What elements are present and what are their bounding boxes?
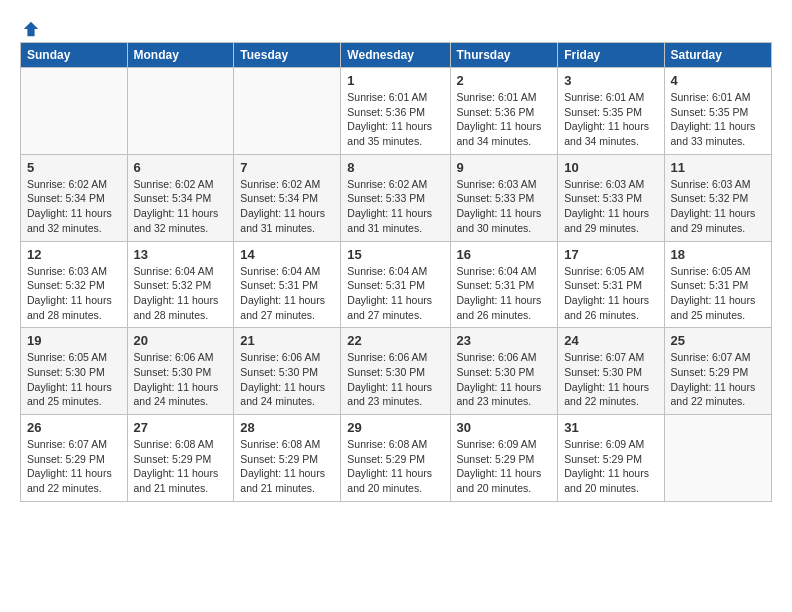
day-info: Sunrise: 6:02 AMSunset: 5:34 PMDaylight:… bbox=[27, 177, 121, 236]
day-number: 16 bbox=[457, 247, 552, 262]
calendar-cell: 2Sunrise: 6:01 AMSunset: 5:36 PMDaylight… bbox=[450, 68, 558, 155]
day-number: 24 bbox=[564, 333, 657, 348]
day-info: Sunrise: 6:07 AMSunset: 5:29 PMDaylight:… bbox=[671, 350, 765, 409]
calendar-cell: 24Sunrise: 6:07 AMSunset: 5:30 PMDayligh… bbox=[558, 328, 664, 415]
calendar-cell bbox=[234, 68, 341, 155]
calendar-header-friday: Friday bbox=[558, 43, 664, 68]
day-number: 31 bbox=[564, 420, 657, 435]
logo-text bbox=[20, 20, 42, 38]
day-number: 3 bbox=[564, 73, 657, 88]
day-number: 8 bbox=[347, 160, 443, 175]
calendar-cell: 31Sunrise: 6:09 AMSunset: 5:29 PMDayligh… bbox=[558, 415, 664, 502]
day-info: Sunrise: 6:06 AMSunset: 5:30 PMDaylight:… bbox=[457, 350, 552, 409]
day-number: 2 bbox=[457, 73, 552, 88]
day-number: 17 bbox=[564, 247, 657, 262]
day-number: 11 bbox=[671, 160, 765, 175]
calendar-header-tuesday: Tuesday bbox=[234, 43, 341, 68]
calendar-cell: 6Sunrise: 6:02 AMSunset: 5:34 PMDaylight… bbox=[127, 154, 234, 241]
day-info: Sunrise: 6:03 AMSunset: 5:33 PMDaylight:… bbox=[564, 177, 657, 236]
day-info: Sunrise: 6:08 AMSunset: 5:29 PMDaylight:… bbox=[347, 437, 443, 496]
calendar-cell: 9Sunrise: 6:03 AMSunset: 5:33 PMDaylight… bbox=[450, 154, 558, 241]
day-number: 22 bbox=[347, 333, 443, 348]
svg-marker-0 bbox=[24, 22, 38, 36]
day-number: 7 bbox=[240, 160, 334, 175]
calendar-week-row: 1Sunrise: 6:01 AMSunset: 5:36 PMDaylight… bbox=[21, 68, 772, 155]
calendar-cell: 22Sunrise: 6:06 AMSunset: 5:30 PMDayligh… bbox=[341, 328, 450, 415]
calendar-header-row: SundayMondayTuesdayWednesdayThursdayFrid… bbox=[21, 43, 772, 68]
day-number: 15 bbox=[347, 247, 443, 262]
day-info: Sunrise: 6:06 AMSunset: 5:30 PMDaylight:… bbox=[347, 350, 443, 409]
day-number: 26 bbox=[27, 420, 121, 435]
calendar-cell: 26Sunrise: 6:07 AMSunset: 5:29 PMDayligh… bbox=[21, 415, 128, 502]
calendar-cell bbox=[127, 68, 234, 155]
day-number: 25 bbox=[671, 333, 765, 348]
calendar-header-wednesday: Wednesday bbox=[341, 43, 450, 68]
day-info: Sunrise: 6:06 AMSunset: 5:30 PMDaylight:… bbox=[240, 350, 334, 409]
day-info: Sunrise: 6:04 AMSunset: 5:31 PMDaylight:… bbox=[347, 264, 443, 323]
day-info: Sunrise: 6:01 AMSunset: 5:36 PMDaylight:… bbox=[457, 90, 552, 149]
calendar-header-sunday: Sunday bbox=[21, 43, 128, 68]
calendar-cell: 7Sunrise: 6:02 AMSunset: 5:34 PMDaylight… bbox=[234, 154, 341, 241]
day-number: 23 bbox=[457, 333, 552, 348]
day-number: 1 bbox=[347, 73, 443, 88]
day-info: Sunrise: 6:04 AMSunset: 5:32 PMDaylight:… bbox=[134, 264, 228, 323]
calendar-week-row: 12Sunrise: 6:03 AMSunset: 5:32 PMDayligh… bbox=[21, 241, 772, 328]
day-info: Sunrise: 6:09 AMSunset: 5:29 PMDaylight:… bbox=[457, 437, 552, 496]
day-info: Sunrise: 6:08 AMSunset: 5:29 PMDaylight:… bbox=[240, 437, 334, 496]
calendar-cell: 1Sunrise: 6:01 AMSunset: 5:36 PMDaylight… bbox=[341, 68, 450, 155]
calendar-cell: 3Sunrise: 6:01 AMSunset: 5:35 PMDaylight… bbox=[558, 68, 664, 155]
logo-icon bbox=[22, 20, 40, 38]
day-info: Sunrise: 6:05 AMSunset: 5:31 PMDaylight:… bbox=[564, 264, 657, 323]
calendar-cell: 8Sunrise: 6:02 AMSunset: 5:33 PMDaylight… bbox=[341, 154, 450, 241]
calendar-cell: 29Sunrise: 6:08 AMSunset: 5:29 PMDayligh… bbox=[341, 415, 450, 502]
calendar-header-thursday: Thursday bbox=[450, 43, 558, 68]
day-info: Sunrise: 6:02 AMSunset: 5:34 PMDaylight:… bbox=[240, 177, 334, 236]
day-info: Sunrise: 6:03 AMSunset: 5:33 PMDaylight:… bbox=[457, 177, 552, 236]
logo bbox=[20, 20, 42, 34]
day-info: Sunrise: 6:05 AMSunset: 5:30 PMDaylight:… bbox=[27, 350, 121, 409]
calendar-cell bbox=[664, 415, 771, 502]
day-info: Sunrise: 6:01 AMSunset: 5:35 PMDaylight:… bbox=[671, 90, 765, 149]
calendar-cell: 21Sunrise: 6:06 AMSunset: 5:30 PMDayligh… bbox=[234, 328, 341, 415]
page-header bbox=[20, 20, 772, 34]
calendar-week-row: 19Sunrise: 6:05 AMSunset: 5:30 PMDayligh… bbox=[21, 328, 772, 415]
day-number: 21 bbox=[240, 333, 334, 348]
day-number: 27 bbox=[134, 420, 228, 435]
calendar-cell: 27Sunrise: 6:08 AMSunset: 5:29 PMDayligh… bbox=[127, 415, 234, 502]
calendar-cell: 15Sunrise: 6:04 AMSunset: 5:31 PMDayligh… bbox=[341, 241, 450, 328]
calendar-cell: 17Sunrise: 6:05 AMSunset: 5:31 PMDayligh… bbox=[558, 241, 664, 328]
day-number: 5 bbox=[27, 160, 121, 175]
day-info: Sunrise: 6:04 AMSunset: 5:31 PMDaylight:… bbox=[457, 264, 552, 323]
calendar-header-monday: Monday bbox=[127, 43, 234, 68]
calendar-cell: 14Sunrise: 6:04 AMSunset: 5:31 PMDayligh… bbox=[234, 241, 341, 328]
day-info: Sunrise: 6:01 AMSunset: 5:36 PMDaylight:… bbox=[347, 90, 443, 149]
day-info: Sunrise: 6:07 AMSunset: 5:30 PMDaylight:… bbox=[564, 350, 657, 409]
day-info: Sunrise: 6:09 AMSunset: 5:29 PMDaylight:… bbox=[564, 437, 657, 496]
day-info: Sunrise: 6:01 AMSunset: 5:35 PMDaylight:… bbox=[564, 90, 657, 149]
calendar-week-row: 5Sunrise: 6:02 AMSunset: 5:34 PMDaylight… bbox=[21, 154, 772, 241]
day-info: Sunrise: 6:06 AMSunset: 5:30 PMDaylight:… bbox=[134, 350, 228, 409]
day-info: Sunrise: 6:02 AMSunset: 5:34 PMDaylight:… bbox=[134, 177, 228, 236]
calendar-cell: 28Sunrise: 6:08 AMSunset: 5:29 PMDayligh… bbox=[234, 415, 341, 502]
calendar-table: SundayMondayTuesdayWednesdayThursdayFrid… bbox=[20, 42, 772, 502]
calendar-cell: 18Sunrise: 6:05 AMSunset: 5:31 PMDayligh… bbox=[664, 241, 771, 328]
day-number: 6 bbox=[134, 160, 228, 175]
day-number: 10 bbox=[564, 160, 657, 175]
calendar-cell bbox=[21, 68, 128, 155]
calendar-cell: 5Sunrise: 6:02 AMSunset: 5:34 PMDaylight… bbox=[21, 154, 128, 241]
day-number: 20 bbox=[134, 333, 228, 348]
day-number: 30 bbox=[457, 420, 552, 435]
calendar-cell: 19Sunrise: 6:05 AMSunset: 5:30 PMDayligh… bbox=[21, 328, 128, 415]
day-number: 14 bbox=[240, 247, 334, 262]
day-number: 19 bbox=[27, 333, 121, 348]
day-info: Sunrise: 6:07 AMSunset: 5:29 PMDaylight:… bbox=[27, 437, 121, 496]
day-info: Sunrise: 6:02 AMSunset: 5:33 PMDaylight:… bbox=[347, 177, 443, 236]
calendar-cell: 11Sunrise: 6:03 AMSunset: 5:32 PMDayligh… bbox=[664, 154, 771, 241]
calendar-cell: 12Sunrise: 6:03 AMSunset: 5:32 PMDayligh… bbox=[21, 241, 128, 328]
day-number: 18 bbox=[671, 247, 765, 262]
day-info: Sunrise: 6:03 AMSunset: 5:32 PMDaylight:… bbox=[27, 264, 121, 323]
calendar-cell: 23Sunrise: 6:06 AMSunset: 5:30 PMDayligh… bbox=[450, 328, 558, 415]
day-number: 28 bbox=[240, 420, 334, 435]
day-number: 9 bbox=[457, 160, 552, 175]
day-info: Sunrise: 6:03 AMSunset: 5:32 PMDaylight:… bbox=[671, 177, 765, 236]
